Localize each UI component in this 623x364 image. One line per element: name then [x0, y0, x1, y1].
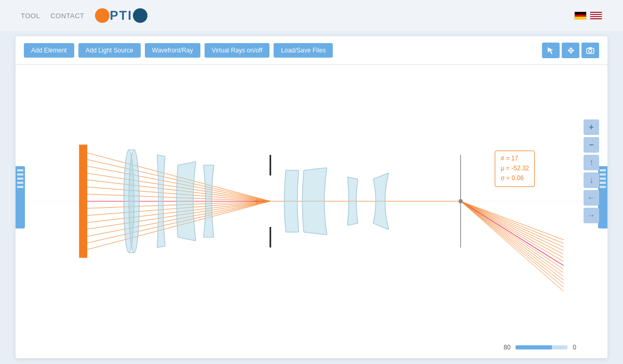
- virtual-rays-button[interactable]: Virtual Rays on/off: [205, 43, 270, 58]
- pan-right-button[interactable]: →: [584, 208, 599, 223]
- lang-flags: [574, 11, 602, 20]
- load-save-button[interactable]: Load/Save Files: [274, 43, 333, 58]
- toolbar: Add Element Add Light Source Wavefront/R…: [16, 36, 607, 65]
- scroll-stripe: [600, 173, 606, 176]
- header: TOOL CONTACT PTI: [0, 0, 623, 31]
- optics-svg: [16, 65, 607, 338]
- scroll-stripe: [17, 173, 23, 176]
- screenshot-button[interactable]: [581, 43, 599, 58]
- move-tool-button[interactable]: ✥: [562, 43, 579, 58]
- optical-diagram[interactable]: [16, 65, 607, 338]
- zoom-out-button[interactable]: −: [584, 137, 599, 153]
- scale-bar-container: 80 0: [504, 344, 576, 351]
- logo-text: PTI: [110, 8, 132, 23]
- tooltip-sigma: σ = 0.06: [500, 173, 529, 183]
- flag-german[interactable]: [574, 11, 587, 20]
- scroll-stripe: [600, 178, 606, 180]
- svg-marker-0: [548, 47, 553, 54]
- zoom-in-button[interactable]: +: [584, 119, 599, 135]
- tooltip-hash: # = 17: [500, 154, 529, 164]
- scroll-stripe: [17, 178, 23, 180]
- scale-bar: [516, 345, 567, 349]
- scroll-stripe: [17, 186, 23, 188]
- logo: PTI: [95, 8, 147, 23]
- ray-info-tooltip: # = 17 μ = -52.32 σ = 0.06: [495, 151, 535, 187]
- scale-label-right: 0: [573, 344, 576, 351]
- main-canvas: Add Element Add Light Source Wavefront/R…: [16, 36, 607, 358]
- toolbar-right-icons: ✥: [542, 43, 599, 58]
- camera-icon: [586, 47, 594, 54]
- scroll-stripe: [17, 182, 23, 184]
- scroll-stripe: [600, 186, 606, 188]
- cursor-tool-button[interactable]: [542, 43, 560, 58]
- scroll-stripe: [600, 182, 606, 184]
- flag-english[interactable]: [590, 11, 602, 20]
- pan-left-button[interactable]: ←: [584, 190, 599, 206]
- scale-label-left: 80: [504, 344, 510, 351]
- cursor-icon: [547, 46, 555, 55]
- logo-circle-blue: [133, 8, 147, 23]
- move-icon: ✥: [567, 46, 574, 56]
- nav-contact[interactable]: CONTACT: [50, 12, 84, 20]
- svg-point-2: [589, 49, 592, 52]
- nav-links: TOOL CONTACT: [21, 12, 85, 20]
- svg-point-52: [129, 150, 139, 252]
- light-source: [79, 145, 87, 258]
- svg-point-72: [458, 199, 463, 204]
- scroll-stripe: [17, 169, 23, 171]
- svg-rect-3: [589, 47, 592, 49]
- add-element-button[interactable]: Add Element: [24, 43, 74, 58]
- scroll-left[interactable]: [16, 166, 25, 228]
- nav-tool[interactable]: TOOL: [21, 12, 40, 20]
- scroll-stripe: [600, 169, 606, 171]
- pan-down-button[interactable]: ↓: [584, 172, 599, 188]
- wavefront-ray-button[interactable]: Wavefront/Ray: [145, 43, 200, 58]
- add-light-source-button[interactable]: Add Light Source: [78, 43, 141, 58]
- zoom-controls: + − ↑ ↓ ← →: [584, 119, 599, 223]
- scroll-right[interactable]: [598, 166, 607, 228]
- logo-circle-orange: [95, 8, 110, 23]
- tooltip-mu: μ = -52.32: [500, 164, 529, 173]
- pan-up-button[interactable]: ↑: [584, 155, 599, 170]
